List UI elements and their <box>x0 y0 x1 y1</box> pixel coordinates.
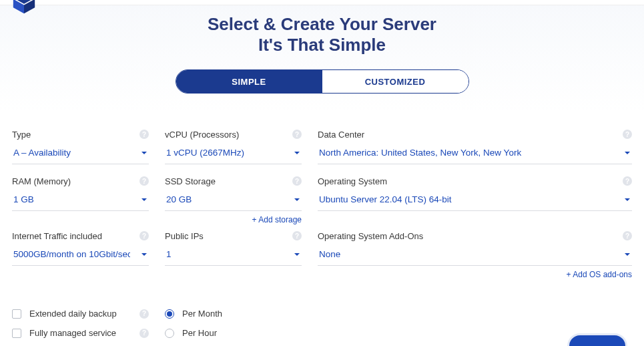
label-per-month: Per Month <box>182 309 222 319</box>
label-ips: Public IPs <box>165 231 204 241</box>
value-datacenter: North America: United States, New York, … <box>319 148 521 158</box>
label-addons: Operating System Add-Ons <box>318 231 423 241</box>
field-ram: RAM (Memory) ? 1 GB <box>12 175 149 211</box>
chevron-down-icon <box>624 150 631 156</box>
server-form: Type ? A – Availability vCPU (Processors… <box>0 112 644 338</box>
select-vcpu[interactable]: 1 vCPU (2667MHz) <box>165 147 302 164</box>
floating-action-button[interactable] <box>569 335 625 346</box>
label-datacenter: Data Center <box>318 130 364 140</box>
label-type: Type <box>12 130 31 140</box>
help-icon[interactable]: ? <box>623 176 632 186</box>
field-os: Operating System ? Ubuntu Server 22.04 (… <box>318 175 632 211</box>
field-traffic: Internet Traffic included ? 5000GB/month… <box>12 230 149 266</box>
help-icon[interactable]: ? <box>623 130 632 139</box>
value-ssd: 20 GB <box>166 194 192 204</box>
field-addons: Operating System Add-Ons ? None + Add OS… <box>318 230 632 279</box>
logo-icon <box>12 0 36 15</box>
field-ssd: SSD Storage ? 20 GB + Add storage <box>165 175 302 224</box>
select-ssd[interactable]: 20 GB <box>165 194 302 211</box>
billing-options: Per Month Per Hour <box>165 309 302 338</box>
label-backup: Extended daily backup <box>29 309 117 319</box>
label-os: Operating System <box>318 176 387 186</box>
toggle-customized[interactable]: CUSTOMIZED <box>322 70 468 93</box>
chevron-down-icon <box>141 251 147 258</box>
hero: Select & Create Your Server It's That Si… <box>0 5 644 112</box>
select-ips[interactable]: 1 <box>165 248 302 266</box>
chevron-down-icon <box>294 251 300 258</box>
hero-title: Select & Create Your Server <box>0 15 644 34</box>
label-ssd: SSD Storage <box>165 176 216 186</box>
label-ram: RAM (Memory) <box>12 176 71 186</box>
select-traffic[interactable]: 5000GB/month on 10Gbit/sec p <box>12 248 149 266</box>
value-traffic: 5000GB/month on 10Gbit/sec p <box>13 249 130 259</box>
chevron-down-icon <box>141 196 147 203</box>
chevron-down-icon <box>624 196 631 203</box>
field-datacenter: Data Center ? North America: United Stat… <box>318 128 632 164</box>
label-managed: Fully managed service <box>29 328 116 338</box>
value-os: Ubuntu Server 22.04 (LTS) 64-bit <box>319 194 452 204</box>
value-ips: 1 <box>166 249 172 259</box>
radio-per-hour[interactable] <box>165 329 174 338</box>
select-datacenter[interactable]: North America: United States, New York, … <box>318 147 632 164</box>
help-icon[interactable]: ? <box>139 176 149 186</box>
toggle-simple[interactable]: SIMPLE <box>176 70 322 93</box>
field-vcpu: vCPU (Processors) ? 1 vCPU (2667MHz) <box>165 128 302 164</box>
help-icon[interactable]: ? <box>292 130 302 139</box>
label-traffic: Internet Traffic included <box>12 231 102 241</box>
help-icon[interactable]: ? <box>292 176 302 186</box>
help-icon[interactable]: ? <box>139 130 149 139</box>
field-type: Type ? A – Availability <box>12 128 149 164</box>
chevron-down-icon <box>294 196 300 203</box>
select-addons[interactable]: None <box>318 248 632 266</box>
help-icon[interactable]: ? <box>623 231 632 240</box>
add-os-addons-link[interactable]: + Add OS add-ons <box>318 270 632 279</box>
label-per-hour: Per Hour <box>182 328 217 338</box>
select-os[interactable]: Ubuntu Server 22.04 (LTS) 64-bit <box>318 194 632 211</box>
help-icon[interactable]: ? <box>139 329 149 338</box>
chevron-down-icon <box>141 150 147 156</box>
hero-subtitle: It's That Simple <box>0 35 644 55</box>
help-icon[interactable]: ? <box>139 231 149 240</box>
label-vcpu: vCPU (Processors) <box>165 130 239 140</box>
select-ram[interactable]: 1 GB <box>12 194 149 211</box>
checkbox-managed[interactable] <box>12 329 21 338</box>
select-type[interactable]: A – Availability <box>12 147 149 164</box>
field-ips: Public IPs ? 1 <box>165 230 302 266</box>
radio-per-month[interactable] <box>165 309 174 319</box>
value-vcpu: 1 vCPU (2667MHz) <box>166 148 244 158</box>
value-addons: None <box>319 249 340 259</box>
plan-toggle: SIMPLE CUSTOMIZED <box>176 69 469 94</box>
help-icon[interactable]: ? <box>139 309 149 319</box>
chevron-down-icon <box>294 150 300 156</box>
add-storage-link[interactable]: + Add storage <box>165 215 302 224</box>
extra-options: Extended daily backup ? Fully managed se… <box>12 309 149 338</box>
value-type: A – Availability <box>13 148 71 158</box>
chevron-down-icon <box>624 251 631 258</box>
help-icon[interactable]: ? <box>292 231 302 240</box>
value-ram: 1 GB <box>13 194 34 204</box>
checkbox-backup[interactable] <box>12 309 21 319</box>
